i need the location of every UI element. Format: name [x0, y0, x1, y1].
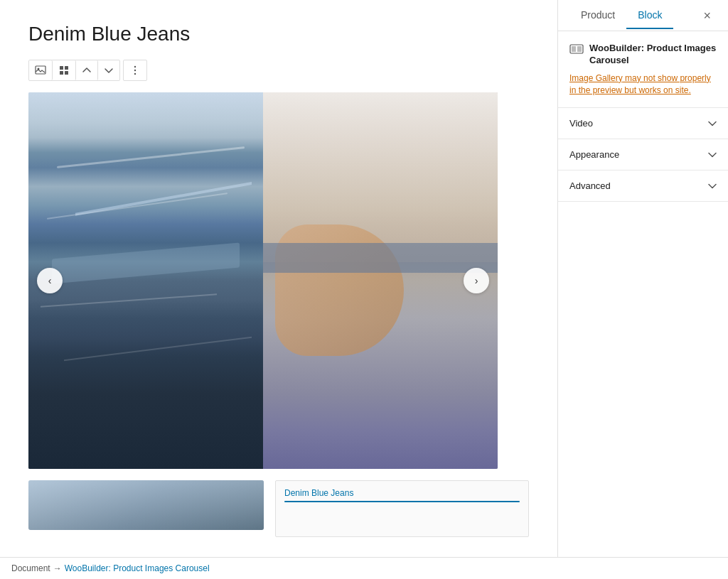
accordion-appearance-label: Appearance [569, 149, 619, 160]
tab-product[interactable]: Product [569, 2, 626, 29]
move-up-button[interactable] [76, 60, 98, 80]
block-title: WooBuilder: Product Images Carousel [589, 43, 717, 67]
more-options-button[interactable] [123, 60, 147, 81]
svg-rect-0 [36, 66, 46, 74]
close-button[interactable]: × [697, 6, 717, 25]
svg-point-8 [134, 73, 136, 75]
image-tool-button[interactable] [29, 60, 53, 80]
block-desc-link[interactable]: Image Gallery [569, 73, 623, 83]
block-description: Image Gallery may not show properly in t… [569, 72, 717, 97]
tab-block[interactable]: Block [626, 2, 673, 29]
strip-input-field: Denim Blue Jeans [275, 480, 529, 537]
chevron-appearance-icon [708, 150, 717, 160]
right-sidebar: Product Block × WooBuilder: Product Ima [557, 0, 728, 557]
accordion-video-label: Video [569, 118, 593, 129]
accordion-appearance: Appearance [558, 139, 728, 171]
chevron-video-icon [708, 119, 717, 129]
carousel-prev-button[interactable]: ‹ [37, 268, 63, 293]
block-header: WooBuilder: Product Images Carousel [569, 43, 717, 67]
tab-group: Product Block [569, 2, 673, 29]
svg-rect-4 [60, 71, 63, 75]
carousel-next-button[interactable]: › [464, 268, 489, 293]
image-carousel: ‹ › [28, 92, 498, 469]
accordion-advanced-header[interactable]: Advanced [558, 171, 728, 201]
svg-rect-3 [65, 66, 68, 70]
grid-icon [58, 65, 70, 76]
accordion-advanced-label: Advanced [569, 180, 611, 191]
move-down-button[interactable] [98, 60, 119, 80]
svg-rect-10 [572, 46, 576, 52]
accordion-container: Video Appearance [558, 108, 728, 202]
bottom-strip: Denim Blue Jeans [28, 480, 529, 548]
strip-thumbnail [28, 480, 264, 530]
grid-tool-button[interactable] [53, 60, 76, 80]
svg-point-6 [134, 66, 136, 67]
status-document: Document [11, 563, 50, 573]
sidebar-tabs: Product Block × [558, 0, 728, 31]
carousel-image-right [263, 92, 498, 469]
accordion-video: Video [558, 108, 728, 139]
chevron-advanced-icon [708, 181, 717, 191]
svg-rect-5 [65, 71, 68, 75]
accordion-advanced: Advanced [558, 171, 728, 202]
strip-input-underline [284, 501, 520, 502]
svg-rect-11 [577, 46, 582, 52]
status-breadcrumb: WooBuilder: Product Images Carousel [65, 563, 210, 573]
content-area: Denim Blue Jeans [0, 0, 557, 557]
block-info-panel: WooBuilder: Product Images Carousel Imag… [558, 31, 728, 108]
accordion-appearance-header[interactable]: Appearance [558, 139, 728, 170]
image-icon [35, 65, 46, 76]
ellipsis-vertical-icon [129, 65, 141, 76]
chevron-down-icon [104, 67, 114, 74]
accordion-video-header[interactable]: Video [558, 108, 728, 139]
svg-rect-2 [60, 66, 63, 70]
strip-input-label: Denim Blue Jeans [284, 488, 520, 498]
carousel-image-left [28, 92, 263, 469]
carousel-block-icon [569, 44, 584, 57]
status-bar: Document → WooBuilder: Product Images Ca… [0, 557, 728, 579]
svg-point-7 [134, 70, 136, 71]
toolbar [28, 60, 529, 81]
toolbar-group-main [28, 60, 120, 81]
chevron-up-icon [82, 67, 92, 74]
status-arrow: → [53, 563, 62, 573]
page-title: Denim Blue Jeans [28, 23, 529, 45]
